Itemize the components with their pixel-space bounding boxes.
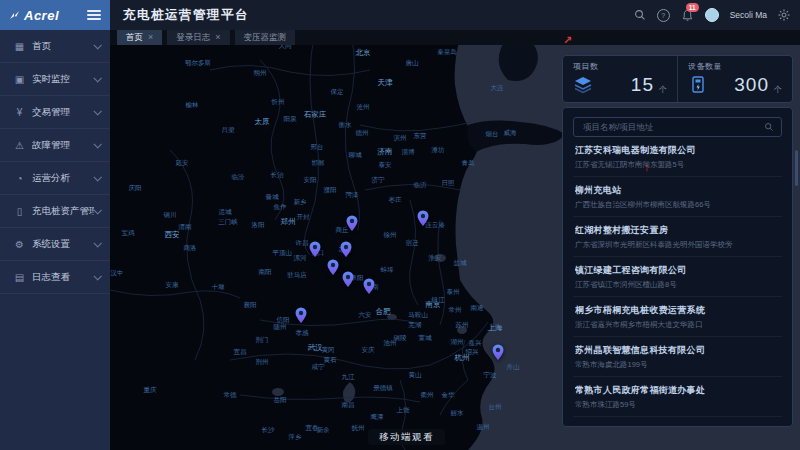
city-label: 临沂 — [414, 181, 427, 190]
gear-icon[interactable] — [778, 9, 790, 21]
city-label: 嘉兴 — [469, 339, 482, 348]
city-label: 襄阳 — [244, 301, 257, 310]
sidebar-item-fault-mgmt[interactable]: ⚠故障管理 — [0, 129, 110, 162]
user-name[interactable]: Secoli Ma — [730, 10, 767, 20]
city-label: 常州 — [449, 306, 462, 315]
app-logo: Acrel — [24, 8, 87, 23]
project-item[interactable]: 红湖村整村搬迁安置房广东省深圳市光明新区科泰路光明外国语学校旁 — [573, 217, 782, 257]
city-label: 鄂尔多斯 — [185, 59, 211, 68]
home-icon: ▦ — [12, 41, 27, 52]
city-label: 秦皇岛 — [437, 48, 457, 57]
sidebar-item-label: 充电桩资产管理 — [32, 205, 94, 218]
avatar[interactable] — [705, 8, 719, 22]
project-item[interactable]: 江苏安科瑞电器制造有限公司江苏省无锡江阴市南闸东盟路5号 — [573, 137, 782, 177]
city-label: 孝感 — [296, 329, 309, 338]
city-label: 聊城 — [349, 151, 362, 160]
tab-label: 登录日志 — [176, 32, 210, 44]
sidebar-item-label: 首页 — [32, 40, 94, 53]
search-icon[interactable] — [634, 9, 646, 21]
map-pin-icon[interactable] — [492, 344, 505, 365]
tab-login-log[interactable]: 登录日志× — [167, 30, 229, 45]
project-item[interactable]: 常熟市人民政府常福街道办事处常熟市珠江路59号 — [573, 377, 782, 417]
city-label: 黄冈 — [322, 346, 335, 355]
sidebar-item-operation-analysis[interactable]: ◔运营分析 — [0, 162, 110, 195]
city-label: 鹰潭 — [371, 413, 384, 422]
project-name: 镇江绿建工程咨询有限公司 — [575, 264, 780, 277]
stat-devices-label: 设备数量 — [688, 61, 782, 72]
city-label: 绍兴 — [466, 348, 479, 357]
header-actions: ? 11 Secoli Ma — [634, 8, 800, 22]
city-label: 荆州 — [256, 358, 269, 367]
city-label: 池州 — [384, 339, 397, 348]
close-icon[interactable]: × — [148, 33, 153, 42]
city-label: 宝鸡 — [122, 229, 135, 238]
project-name: 柳州充电站 — [575, 184, 780, 197]
sidebar-item-realtime-monitor[interactable]: ▣实时监控 — [0, 63, 110, 96]
city-label: 渭南 — [179, 223, 192, 232]
sidebar-item-log-view[interactable]: ▤日志查看 — [0, 261, 110, 294]
project-name: 江苏安科瑞电器制造有限公司 — [575, 144, 780, 157]
city-label: 苏州 — [456, 321, 469, 330]
city-label: 武汉 — [308, 343, 323, 353]
city-label: 邢台 — [311, 143, 324, 152]
map-pin-icon[interactable] — [346, 215, 359, 236]
project-item[interactable]: 桐乡市梧桐充电桩收费运营系统浙江省嘉兴市桐乡市梧桐大道文华路口 — [573, 297, 782, 337]
city-label: 岳阳 — [274, 396, 287, 405]
mobile-view-badge[interactable]: 移动端观看 — [368, 429, 445, 445]
help-icon[interactable]: ? — [657, 9, 670, 22]
city-label: 商洛 — [184, 244, 197, 253]
city-label: 台州 — [489, 403, 502, 412]
map-pin-icon[interactable] — [327, 259, 340, 280]
city-label: 抚州 — [352, 424, 365, 433]
project-panel: 江苏安科瑞电器制造有限公司江苏省无锡江阴市南闸东盟路5号柳州充电站广西壮族自治区… — [562, 107, 793, 427]
tab-transformer-monitor[interactable]: 变压器监测 — [235, 30, 296, 45]
sidebar-item-home[interactable]: ▦首页 — [0, 30, 110, 63]
project-item[interactable]: 镇江绿建工程咨询有限公司江苏省镇江市润州区檀山路8号 — [573, 257, 782, 297]
sidebar-item-label: 故障管理 — [32, 139, 94, 152]
project-list: 江苏安科瑞电器制造有限公司江苏省无锡江阴市南闸东盟路5号柳州充电站广西壮族自治区… — [573, 137, 782, 417]
city-label: 合肥 — [376, 307, 391, 317]
map-pin-icon[interactable] — [417, 210, 430, 231]
city-label: 唐山 — [406, 59, 419, 68]
search-icon-small[interactable] — [764, 122, 774, 132]
city-label: 徐州 — [384, 231, 397, 240]
map-pin-icon[interactable] — [342, 271, 355, 292]
map-pin-icon[interactable] — [363, 278, 376, 299]
stat-projects-label: 项目数 — [573, 61, 667, 72]
app-window: 北京天津石家庄太原济南西安郑州武汉合肥南京杭州上海大同秦皇岛唐山大连鄂尔多斯朔州… — [0, 0, 800, 450]
city-label: 威海 — [504, 129, 517, 138]
map-pin-icon[interactable] — [295, 307, 308, 328]
city-label: 淄博 — [402, 148, 415, 157]
scrollbar-thumb[interactable] — [795, 150, 798, 186]
log-icon: ▤ — [12, 272, 27, 283]
city-label: 安康 — [166, 281, 179, 290]
sidebar-item-system-settings[interactable]: ⚙系统设置 — [0, 228, 110, 261]
project-item[interactable]: 柳州充电站广西壮族自治区柳州市柳南区航银路66号 — [573, 177, 782, 217]
sidebar-item-transaction-mgmt[interactable]: ¥交易管理 — [0, 96, 110, 129]
city-label: 景德镇 — [373, 384, 393, 393]
city-label: 许昌 — [296, 239, 309, 248]
map-pin-icon[interactable] — [340, 241, 353, 262]
tab-home[interactable]: 首页× — [117, 30, 162, 45]
city-label: 宿迁 — [406, 239, 419, 248]
sidebar-item-asset-mgmt[interactable]: ▯充电桩资产管理 — [0, 195, 110, 228]
tab-label: 变压器监测 — [244, 32, 287, 44]
city-label: 黄石 — [324, 356, 337, 365]
map-pin-icon[interactable] — [309, 241, 322, 262]
hamburger-icon[interactable] — [87, 10, 101, 20]
city-label: 安阳 — [304, 176, 317, 185]
stat-projects-unit: 个 — [659, 84, 667, 95]
city-label: 天津 — [378, 78, 393, 88]
city-label: 新余 — [317, 426, 330, 435]
stat-devices-value: 300 — [734, 74, 769, 96]
city-label: 郑州 — [281, 217, 296, 227]
close-icon[interactable]: × — [215, 33, 220, 42]
layers-icon — [573, 75, 593, 95]
analysis-icon: ◔ — [12, 173, 27, 184]
project-search-input[interactable] — [581, 121, 759, 133]
city-label: 朔州 — [254, 69, 267, 78]
bell-icon[interactable]: 11 — [681, 9, 694, 22]
project-item[interactable]: 苏州晶联智慧信息科技有限公司常熟市海虞北路199号 — [573, 337, 782, 377]
city-label: 丽水 — [451, 409, 464, 418]
city-label: 忻州 — [272, 98, 285, 107]
